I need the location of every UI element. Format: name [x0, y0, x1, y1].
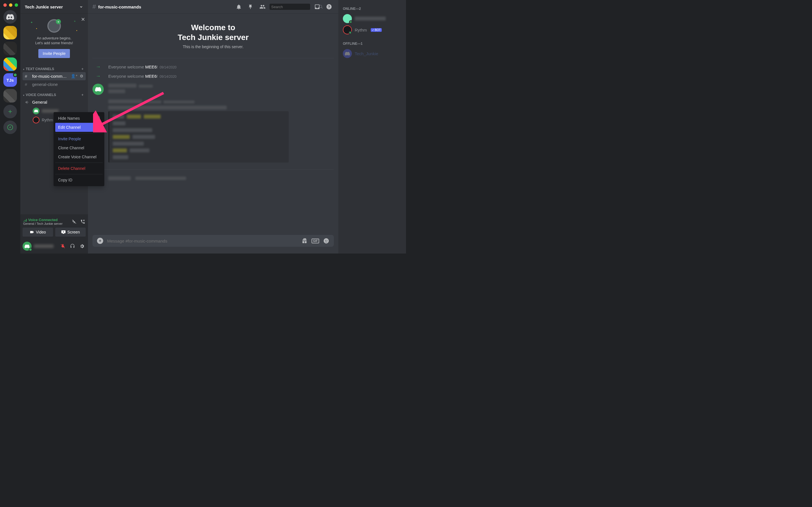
divider	[93, 58, 334, 58]
discord-logo-icon	[6, 14, 14, 20]
compass-icon	[7, 124, 13, 130]
voice-sub: General / Tech Junkie server	[23, 222, 63, 225]
channel-topbar: # for-music-commands ?	[88, 0, 338, 13]
search-box[interactable]	[269, 4, 310, 10]
chat-messages[interactable]: Welcome toTech Junkie server This is the…	[88, 13, 338, 235]
invite-icon[interactable]: 👤⁺	[71, 74, 78, 78]
username-blurred	[34, 244, 54, 248]
ctx-delete-channel[interactable]: Delete Channel	[55, 164, 103, 173]
server-icon[interactable]	[3, 57, 17, 71]
offline-header: OFFLINE—1	[341, 40, 404, 48]
member-name-blurred	[355, 17, 386, 20]
invite-text-1: An adventure begins.	[25, 36, 84, 41]
app-root: TJs + Tech Junkie server ✕ ✦ • + + • An …	[0, 0, 406, 253]
user-avatar[interactable]	[22, 242, 32, 251]
mute-icon[interactable]	[59, 242, 66, 250]
invite-people-button[interactable]: Invite People	[38, 49, 70, 58]
svg-point-7	[325, 240, 326, 241]
context-menu: Hide Names Edit Channel Invite People Cl…	[54, 112, 104, 186]
avatar[interactable]	[93, 83, 104, 95]
emoji-icon[interactable]	[323, 238, 329, 244]
gear-icon[interactable]: ⚙	[80, 74, 84, 78]
voice-status: Voice Connected	[23, 218, 63, 222]
server-icon[interactable]	[3, 42, 17, 55]
channel-general-clone[interactable]: # general-clone	[22, 80, 86, 89]
message	[93, 97, 334, 165]
ctx-invite-people[interactable]: Invite People	[55, 134, 103, 144]
members-icon[interactable]	[258, 4, 267, 10]
screen-icon	[61, 230, 66, 234]
channel-for-music-commands[interactable]: # for-music-comman... 👤⁺ ⚙	[22, 72, 86, 80]
category-text[interactable]: ▾ TEXT CHANNELS +	[22, 62, 86, 72]
inbox-icon[interactable]	[312, 4, 322, 10]
gift-icon[interactable]	[301, 238, 308, 244]
add-channel-icon[interactable]: +	[82, 67, 84, 71]
svg-point-8	[326, 240, 327, 241]
member-row-rythm[interactable]: Rythm ✓ BOT	[341, 24, 404, 36]
minimize-window-icon[interactable]	[9, 3, 12, 7]
close-window-icon[interactable]	[3, 3, 7, 7]
voice-channel-general[interactable]: General	[22, 98, 86, 107]
category-voice[interactable]: ▾ VOICE CHANNELS +	[22, 89, 86, 98]
compose-box[interactable]: + GIF	[93, 235, 334, 247]
speaker-icon	[25, 100, 31, 105]
ctx-hide-names[interactable]: Hide Names	[55, 114, 103, 123]
invite-text-2: Let's add some friends!	[25, 41, 84, 46]
system-message: →	[93, 174, 334, 182]
user-panel	[20, 239, 88, 253]
ctx-clone-channel[interactable]: Clone Channel	[55, 144, 103, 152]
composer: + GIF	[88, 235, 338, 253]
server-icon[interactable]	[3, 26, 17, 40]
ctx-edit-channel[interactable]: Edit Channel	[55, 123, 103, 132]
ctx-create-voice[interactable]: Create Voice Channel	[55, 152, 103, 161]
divider	[93, 169, 334, 170]
explore-button[interactable]	[3, 121, 17, 134]
invite-card: ✕ ✦ • + + • An adventure begins. Let's a…	[20, 13, 88, 62]
video-icon	[30, 230, 34, 234]
home-button[interactable]	[3, 10, 17, 24]
avatar	[33, 108, 40, 114]
notifications-icon[interactable]	[234, 4, 244, 10]
disconnect-icon[interactable]	[80, 219, 85, 224]
add-server-button[interactable]: +	[3, 105, 17, 118]
server-name: Tech Junkie server	[25, 4, 63, 9]
gif-icon[interactable]: GIF	[312, 238, 319, 243]
noise-suppress-icon[interactable]	[71, 219, 77, 224]
settings-icon[interactable]	[79, 242, 86, 250]
add-channel-icon[interactable]: +	[82, 93, 84, 97]
svg-point-6	[324, 238, 329, 243]
zoom-window-icon[interactable]	[15, 3, 18, 7]
hash-icon: #	[93, 3, 96, 10]
join-arrow-icon: →	[93, 73, 104, 79]
video-button[interactable]: Video	[22, 228, 53, 237]
deafen-icon[interactable]	[69, 242, 76, 250]
window-controls	[3, 3, 18, 7]
svg-text:?: ?	[328, 5, 330, 9]
member-row-offline[interactable]: Tech_Junkie	[341, 48, 404, 59]
attach-icon[interactable]: +	[97, 238, 103, 244]
bot-badge: ✓ BOT	[371, 28, 382, 32]
server-icon[interactable]	[3, 89, 17, 103]
message-input[interactable]	[107, 238, 297, 243]
server-header[interactable]: Tech Junkie server	[20, 0, 88, 13]
join-arrow-icon: →	[93, 64, 104, 70]
channel-title: for-music-commands	[98, 4, 141, 9]
invite-art: ✦ • + + •	[25, 18, 84, 34]
server-rail: TJs +	[0, 0, 20, 253]
signal-icon	[23, 218, 27, 222]
ctx-copy-id[interactable]: Copy ID	[55, 175, 103, 184]
online-header: ONLINE—2	[341, 4, 404, 13]
member-row[interactable]	[341, 13, 404, 24]
members-panel: ONLINE—2 Rythm ✓ BOT OFFLINE—1 Tech_Junk…	[338, 0, 406, 253]
system-message: → Everyone welcome MEE6!09/14/2020	[93, 63, 334, 71]
search-input[interactable]	[271, 5, 319, 9]
main-area: # for-music-commands ? Welcome toTech Ju…	[88, 0, 338, 253]
avatar	[33, 117, 40, 123]
server-icon-selected[interactable]: TJs	[3, 73, 17, 87]
pinned-icon[interactable]	[246, 4, 255, 10]
message	[93, 81, 334, 97]
help-icon[interactable]: ?	[324, 4, 334, 10]
screen-button[interactable]: Screen	[55, 228, 86, 237]
chevron-down-icon	[79, 4, 84, 9]
voice-badge-icon	[13, 73, 17, 77]
